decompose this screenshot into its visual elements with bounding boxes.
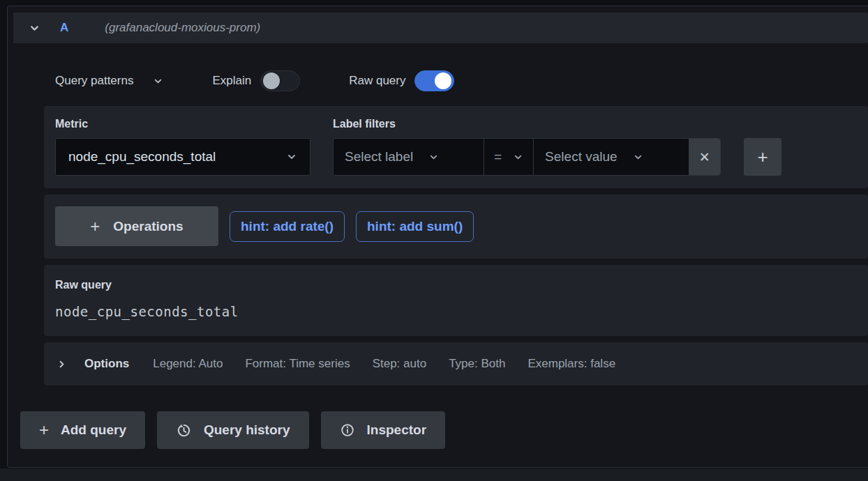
explain-toggle[interactable] (260, 70, 300, 91)
add-filter-button[interactable]: + (744, 138, 781, 176)
operator-value: = (494, 149, 502, 165)
operator-select[interactable]: = (484, 139, 533, 175)
inspector-button[interactable]: Inspector (321, 411, 446, 449)
query-patterns-label: Query patterns (55, 74, 133, 88)
metric-label: Metric (55, 118, 310, 130)
query-history-button[interactable]: Query history (157, 411, 309, 449)
add-query-label: Add query (61, 422, 126, 438)
toggle-knob (263, 72, 280, 89)
toggle-knob (435, 72, 451, 89)
raw-query-toggle-label: Raw query (349, 74, 405, 88)
add-query-button[interactable]: + Add query (20, 411, 145, 449)
query-history-label: Query history (204, 422, 290, 438)
datasource-name: (grafanacloud-moxious-prom) (105, 21, 260, 35)
options-step-summary: Step: auto (373, 357, 427, 371)
hint-add-sum-label: hint: add sum() (367, 219, 463, 234)
chevron-down-icon (633, 152, 643, 162)
close-icon: ✕ (699, 149, 710, 165)
raw-query-text: node_cpu_seconds_total (55, 304, 854, 319)
query-row-header[interactable]: A (grafanacloud-moxious-prom) (13, 13, 868, 43)
hint-add-rate-button[interactable]: hint: add rate() (230, 211, 345, 242)
label-name-select[interactable]: Select label (334, 139, 484, 175)
options-block[interactable]: Options Legend: Auto Format: Time series… (44, 342, 868, 385)
metric-labels-block: Metric node_cpu_seconds_total Label filt… (44, 106, 868, 188)
options-label[interactable]: Options (84, 357, 129, 371)
explain-label: Explain (212, 74, 251, 88)
chevron-down-icon (513, 152, 523, 162)
raw-query-block: Raw query node_cpu_seconds_total (44, 265, 868, 336)
raw-query-label: Raw query (55, 279, 854, 291)
chevron-down-icon (286, 151, 297, 162)
hint-add-rate-label: hint: add rate() (241, 219, 334, 234)
query-editor-page: A (grafanacloud-moxious-prom) Query patt… (0, 0, 868, 468)
operations-block: + Operations hint: add rate() hint: add … (44, 194, 868, 259)
label-name-placeholder: Select label (345, 149, 413, 165)
query-ref-id: A (60, 21, 68, 35)
options-format-summary: Format: Time series (245, 357, 350, 371)
label-filters-label: Label filters (333, 118, 781, 130)
raw-query-toggle[interactable] (414, 70, 454, 91)
label-value-placeholder: Select value (545, 149, 618, 165)
plus-icon: + (90, 217, 100, 236)
metric-field: Metric node_cpu_seconds_total (55, 118, 310, 176)
options-exemplars-summary: Exemplars: false (527, 357, 615, 371)
inspector-label: Inspector (367, 422, 427, 438)
chevron-down-icon (153, 76, 163, 86)
query-editor-panel: A (grafanacloud-moxious-prom) Query patt… (7, 6, 868, 468)
remove-filter-button[interactable]: ✕ (689, 139, 720, 175)
options-type-summary: Type: Both (449, 357, 505, 371)
query-footer: + Add query Query history (20, 411, 868, 449)
chevron-right-icon[interactable] (57, 359, 67, 369)
label-filter-row: Select label = (333, 138, 781, 176)
metric-select-value: node_cpu_seconds_total (68, 149, 216, 165)
hint-add-sum-button[interactable]: hint: add sum() (356, 211, 474, 242)
query-toolbar: Query patterns Explain Raw query (44, 70, 868, 92)
query-editor-body: Query patterns Explain Raw query Metric … (44, 70, 868, 385)
label-value-select[interactable]: Select value (533, 139, 689, 175)
history-icon (176, 422, 192, 438)
operations-button-label: Operations (113, 219, 183, 234)
label-filter-group: Select label = (333, 138, 721, 176)
options-legend-summary: Legend: Auto (153, 357, 223, 371)
operations-button[interactable]: + Operations (55, 206, 218, 246)
query-patterns-dropdown[interactable]: Query patterns (55, 74, 163, 88)
chevron-down-icon (428, 152, 439, 162)
plus-icon: + (758, 146, 768, 168)
info-icon (340, 422, 355, 438)
metric-select[interactable]: node_cpu_seconds_total (55, 138, 310, 176)
plus-icon: + (39, 420, 49, 440)
label-filters-field: Label filters Select label = (333, 118, 781, 176)
chevron-down-icon[interactable] (29, 22, 40, 34)
